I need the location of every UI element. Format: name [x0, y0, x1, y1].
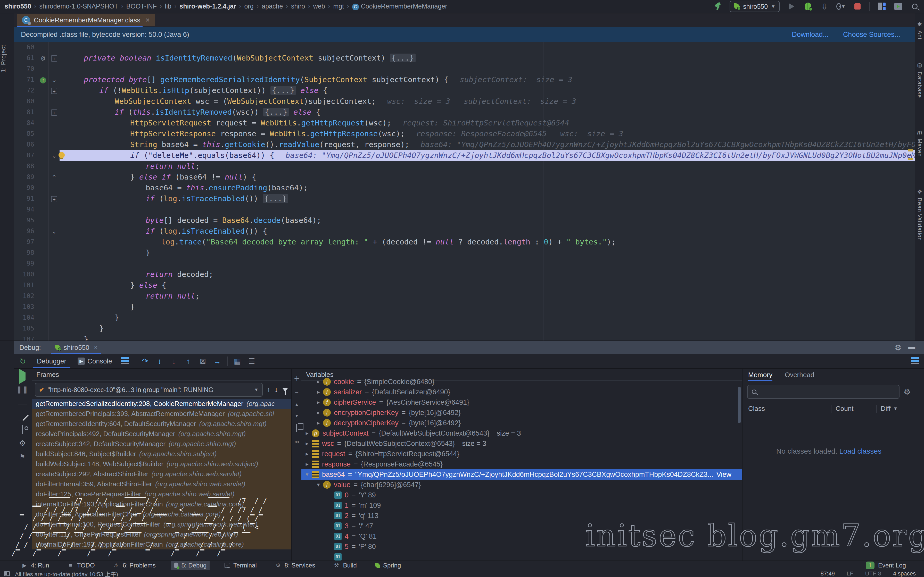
variable-row[interactable]: ▸request={ShiroHttpServletRequest@6544} — [301, 449, 742, 459]
code-editor[interactable]: 6061@+private boolean isIdentityRemoved(… — [14, 42, 915, 340]
status-icon[interactable] — [4, 571, 10, 576]
force-step-into-icon[interactable]: ↓ — [167, 357, 181, 366]
code-line[interactable]: 105} — [14, 323, 915, 334]
variable-row[interactable]: ▸fdecryptionCipherKey={byte[16]@6492} — [301, 418, 742, 428]
thread-selector[interactable]: ✔ "http-nio-8080-exec-10"@6...3 in group… — [35, 383, 263, 397]
tree-chevron-icon[interactable]: ▸ — [302, 451, 312, 457]
stack-frame-row[interactable]: buildWebSubject:148, WebSubject$Builder(… — [32, 459, 291, 469]
view-value-link[interactable]: View — [716, 471, 732, 479]
tree-chevron-icon[interactable]: ▸ — [314, 409, 323, 416]
code-line[interactable]: 72+if (!WebUtils.isHttp(subjectContext))… — [14, 85, 915, 96]
stack-frame-row[interactable]: getRememberedSerializedIdentity:208, Coo… — [32, 399, 291, 409]
fold-marker[interactable]: + — [48, 106, 60, 118]
fold-marker[interactable] — [48, 301, 60, 312]
run-button[interactable] — [787, 2, 796, 11]
tool-window-button-run[interactable]: ▶4: Run — [18, 561, 52, 570]
tree-chevron-icon[interactable]: ▸ — [302, 440, 312, 447]
code-line[interactable]: 88return null; — [14, 161, 915, 172]
tab-memory[interactable]: Memory — [748, 369, 772, 381]
variable-row[interactable]: 010='Y' 89 — [301, 490, 742, 500]
move-down-icon[interactable]: ▼ — [295, 413, 299, 419]
fold-marker[interactable]: + — [48, 193, 60, 204]
attach-debugger-icon[interactable]: ⇩ — [820, 2, 829, 11]
stack-frame-row[interactable]: doFilter:166, ApplicationFilterChain(org… — [32, 509, 291, 519]
fold-marker[interactable] — [48, 323, 60, 334]
code-line[interactable]: 107} — [14, 334, 915, 340]
variable-row[interactable]: ▸fencryptionCipherKey={byte[16]@6492} — [301, 408, 742, 418]
fold-marker[interactable]: ⌄ — [48, 74, 60, 85]
close-icon[interactable]: × — [94, 344, 98, 351]
tool-window-button-debug[interactable]: 5: Debug — [171, 561, 210, 570]
load-classes-link[interactable]: Load classes — [839, 447, 881, 455]
stack-frame-row[interactable]: getRememberedIdentity:604, DefaultSecuri… — [32, 419, 291, 429]
column-diff[interactable]: Diff▼ — [876, 405, 915, 413]
fold-marker[interactable] — [48, 269, 60, 280]
step-into-icon[interactable]: ↓ — [152, 357, 167, 366]
sidebar-item-ant[interactable]: ✱ Ant — [915, 21, 924, 40]
code-line[interactable]: 104} — [14, 312, 915, 323]
breadcrumb-item[interactable]: web — [313, 3, 325, 10]
download-link[interactable]: Download... — [792, 31, 829, 39]
variable-row[interactable]: ▸fserializer={DefaultSerializer@6490} — [301, 387, 742, 397]
fold-marker[interactable] — [48, 128, 60, 139]
code-line[interactable]: 61@+private boolean isIdentityRemoved(We… — [14, 53, 915, 63]
debug-settings-icon[interactable]: ⚙ — [19, 439, 26, 448]
caret-position[interactable]: 87:49 — [821, 570, 835, 577]
variables-scrollbar[interactable] — [738, 387, 741, 423]
code-line[interactable]: 91+if (log.isTraceEnabled()) {...} — [14, 193, 915, 204]
variable-row[interactable]: ▸response={ResponseFacade@6545} — [301, 459, 742, 469]
stack-frame-row[interactable]: doFilterInternal:359, AbstractShiroFilte… — [32, 479, 291, 489]
layout-settings-icon[interactable] — [118, 356, 132, 366]
code-line[interactable]: 85HttpServletResponse response = WebUtil… — [14, 128, 915, 139]
stack-frame-row[interactable]: buildSubject:846, Subject$Builder(org.ap… — [32, 449, 291, 459]
memory-settings-icon[interactable]: ⚙ — [904, 387, 911, 396]
stop-button[interactable] — [853, 2, 862, 11]
add-watch-icon[interactable]: ＋ — [294, 374, 300, 382]
restore-layout-icon[interactable] — [911, 356, 919, 366]
fold-marker[interactable] — [48, 280, 60, 290]
fold-marker[interactable] — [48, 312, 60, 323]
variable-row[interactable]: ▸psubjectContext={DefaultWebSubjectConte… — [301, 428, 742, 438]
resume-icon[interactable] — [19, 372, 26, 380]
breadcrumb-item[interactable]: shiro-web-1.2.4.jar — [179, 3, 236, 10]
stack-frame-row[interactable]: doFilter:117, OncePerRequestFilter(org.s… — [32, 529, 291, 539]
fold-expand-icon[interactable]: + — [51, 55, 57, 61]
code-line[interactable]: 60 — [14, 42, 915, 53]
tree-chevron-icon[interactable]: ▸ — [314, 379, 323, 385]
move-up-icon[interactable]: ▲ — [295, 402, 299, 407]
stack-frame-row[interactable]: getRememberedPrincipals:393, AbstractRem… — [32, 409, 291, 419]
fold-marker[interactable] — [48, 237, 60, 247]
code-line[interactable]: 71↑⌄protected byte[] getRememberedSerial… — [14, 74, 915, 85]
fold-marker[interactable] — [48, 334, 60, 340]
stack-frame-row[interactable]: internalDoFilter:193, ApplicationFilterC… — [32, 499, 291, 509]
code-line[interactable]: 70 — [14, 63, 915, 74]
filter-frames-icon[interactable] — [282, 388, 288, 392]
file-encoding[interactable]: UTF-8 — [865, 570, 881, 577]
tool-window-button-terminal[interactable]: >_Terminal — [221, 561, 260, 570]
code-line[interactable]: 94 — [14, 204, 915, 215]
show-all-frames-icon[interactable]: ∞ — [294, 438, 299, 445]
tree-chevron-icon[interactable]: ▸ — [302, 461, 312, 467]
variable-row[interactable]: 011='m' 109 — [301, 500, 742, 511]
stack-frame-row[interactable]: resolvePrincipals:492, DefaultSecurityMa… — [32, 429, 291, 439]
fold-expand-icon[interactable]: + — [51, 110, 57, 116]
breadcrumb-item[interactable]: mgt — [333, 3, 344, 10]
tab-overhead[interactable]: Overhead — [785, 369, 814, 381]
column-count[interactable]: Count — [831, 405, 876, 413]
fold-expand-icon[interactable]: + — [51, 88, 57, 94]
fold-expand-icon[interactable]: + — [51, 196, 57, 202]
pin-tab-icon[interactable]: ⚑ — [19, 453, 25, 461]
code-line[interactable]: 101} else { — [14, 280, 915, 290]
variable-row[interactable]: 013='/' 47 — [301, 521, 742, 531]
fold-marker[interactable]: ⌃ — [48, 172, 60, 182]
tool-window-button-todo[interactable]: ≡TODO — [64, 561, 98, 570]
profiler-icon[interactable]: ▼ — [836, 2, 846, 11]
tab-console[interactable]: ▶ Console — [72, 354, 118, 368]
tree-chevron-icon[interactable]: ▸ — [314, 389, 323, 395]
run-window-icon[interactable] — [893, 2, 903, 11]
step-out-icon[interactable]: ↑ — [181, 357, 195, 366]
code-line[interactable]: 87⌄if ("deleteMe".equals(base64)) {base6… — [14, 150, 915, 161]
next-frame-icon[interactable]: ↓ — [275, 385, 278, 394]
code-line[interactable]: 86String base64 = this.getCookie().readV… — [14, 139, 915, 150]
variable-row[interactable]: 01 — [301, 552, 742, 561]
